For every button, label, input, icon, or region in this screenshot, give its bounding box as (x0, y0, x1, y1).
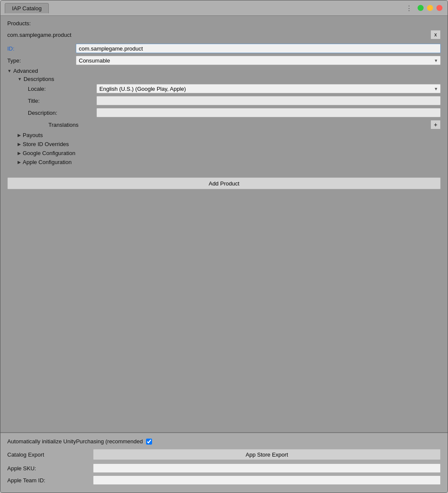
title-row: Title: (28, 96, 441, 105)
type-select-wrapper: Consumable Non-Consumable Subscription ▼ (76, 56, 441, 65)
minimize-button[interactable] (427, 5, 433, 11)
remove-product-button[interactable]: x (430, 30, 441, 39)
window-tab[interactable]: IAP Catalog (5, 3, 49, 13)
dots-icon: ⋮ (406, 4, 412, 12)
advanced-toggle[interactable]: ▼ Advanced (7, 68, 441, 74)
auto-init-checkbox[interactable] (146, 439, 152, 445)
description-input[interactable] (96, 108, 441, 117)
locale-select-wrapper: English (U.S.) (Google Play, Apple) Fren… (96, 84, 441, 93)
apple-team-id-input[interactable] (93, 475, 441, 485)
google-config-toggle[interactable]: ▶ Google Configuration (18, 150, 441, 156)
catalog-export-row: Catalog Export App Store Export (7, 449, 441, 460)
apple-sku-label: Apple SKU: (7, 465, 93, 472)
store-id-overrides-toggle[interactable]: ▶ Store ID Overrides (18, 141, 441, 147)
product-row: com.samplegame.product x (7, 30, 441, 39)
descriptions-toggle[interactable]: ▼ Descriptions (18, 76, 441, 82)
translations-label: Translations (48, 122, 78, 128)
store-id-overrides-label: Store ID Overrides (23, 141, 69, 147)
catalog-export-label: Catalog Export (7, 451, 93, 458)
payouts-toggle[interactable]: ▶ Payouts (18, 132, 441, 138)
advanced-arrow-icon: ▼ (7, 69, 12, 73)
advanced-label: Advanced (13, 68, 38, 74)
description-row: Description: (28, 108, 441, 117)
apple-sku-row: Apple SKU: (7, 463, 441, 473)
products-label: Products: (7, 20, 441, 27)
auto-init-row: Automatically initialize UnityPurchasing… (7, 438, 441, 445)
advanced-children: ▼ Descriptions Locale: English (U.S.) (G… (18, 76, 441, 165)
store-id-arrow-icon: ▶ (18, 142, 21, 146)
iap-catalog-window: IAP Catalog ⋮ Products: com.samplegame.p… (0, 0, 448, 493)
locale-row: Locale: English (U.S.) (Google Play, App… (28, 84, 441, 93)
locale-label: Locale: (28, 86, 96, 92)
main-content: Products: com.samplegame.product x ID: T… (0, 16, 448, 432)
locale-select[interactable]: English (U.S.) (Google Play, Apple) Fren… (96, 84, 441, 93)
app-store-export-button[interactable]: App Store Export (93, 449, 441, 460)
apple-sku-input[interactable] (93, 463, 441, 473)
id-input[interactable] (76, 44, 441, 53)
type-row: Type: Consumable Non-Consumable Subscrip… (7, 56, 441, 65)
descriptions-label: Descriptions (24, 76, 54, 82)
payouts-label: Payouts (23, 132, 43, 138)
apple-team-id-row: Apple Team ID: (7, 475, 441, 485)
title-input[interactable] (96, 96, 441, 105)
window-controls: ⋮ (406, 4, 442, 12)
auto-init-label: Automatically initialize UnityPurchasing… (7, 438, 143, 445)
google-config-arrow-icon: ▶ (18, 151, 21, 155)
apple-config-label: Apple Configuration (23, 159, 72, 165)
id-row: ID: (7, 44, 441, 53)
descriptions-children: Locale: English (U.S.) (Google Play, App… (28, 84, 441, 129)
tab-label: IAP Catalog (12, 5, 42, 12)
close-button[interactable] (436, 5, 442, 11)
add-product-button[interactable]: Add Product (7, 177, 441, 189)
bottom-area: Automatically initialize UnityPurchasing… (0, 432, 448, 493)
descriptions-arrow-icon: ▼ (18, 77, 22, 81)
description-label: Description: (28, 110, 96, 116)
type-label: Type: (7, 57, 76, 64)
google-config-label: Google Configuration (23, 150, 75, 156)
apple-team-id-label: Apple Team ID: (7, 477, 93, 484)
add-translation-button[interactable]: + (430, 120, 441, 129)
apple-config-arrow-icon: ▶ (18, 160, 21, 164)
maximize-button[interactable] (418, 5, 424, 11)
advanced-section: ▼ Advanced ▼ Descriptions Locale: Englis… (7, 68, 441, 167)
title-bar: IAP Catalog ⋮ (0, 0, 448, 16)
apple-config-toggle[interactable]: ▶ Apple Configuration (18, 159, 441, 165)
translations-row: Translations + (48, 120, 441, 129)
type-select[interactable]: Consumable Non-Consumable Subscription (76, 56, 441, 65)
title-label: Title: (28, 98, 96, 104)
id-label: ID: (7, 45, 76, 52)
product-name: com.samplegame.product (7, 32, 72, 38)
payouts-arrow-icon: ▶ (18, 133, 21, 137)
spacer (7, 189, 441, 428)
